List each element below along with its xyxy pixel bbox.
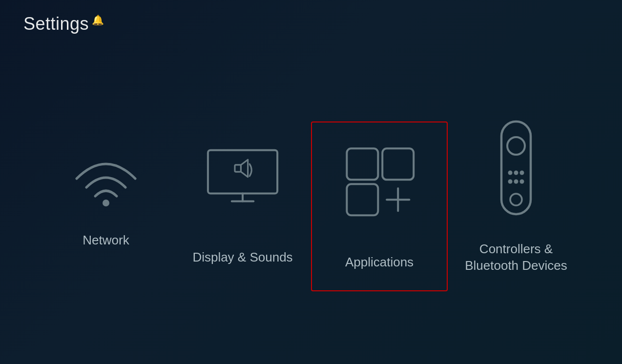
settings-item-controllers[interactable]: Controllers &Bluetooth Devices — [448, 119, 584, 294]
svg-rect-11 — [501, 121, 531, 214]
svg-rect-1 — [208, 150, 277, 194]
svg-rect-4 — [235, 165, 241, 172]
notification-icon: 🔔 — [92, 14, 104, 26]
controllers-icon — [467, 119, 565, 217]
svg-point-15 — [520, 171, 524, 175]
svg-rect-7 — [382, 148, 414, 180]
settings-item-applications[interactable]: Applications — [311, 121, 448, 291]
settings-item-network[interactable]: Network — [38, 144, 174, 268]
svg-point-19 — [510, 194, 522, 205]
applications-label: Applications — [345, 254, 414, 271]
svg-point-14 — [514, 171, 518, 175]
settings-item-display-sounds[interactable]: Display & Sounds — [174, 127, 311, 285]
svg-point-16 — [508, 180, 513, 184]
display-sounds-icon — [194, 127, 291, 225]
svg-point-12 — [507, 137, 525, 155]
svg-point-0 — [103, 200, 109, 206]
page-title: Settings🔔 — [23, 14, 104, 34]
applications-icon — [331, 132, 428, 230]
svg-point-13 — [508, 171, 513, 175]
network-icon — [67, 144, 145, 208]
network-label: Network — [83, 232, 129, 249]
svg-point-17 — [514, 180, 518, 184]
svg-rect-6 — [347, 148, 378, 180]
controllers-label: Controllers &Bluetooth Devices — [465, 241, 567, 274]
svg-point-18 — [520, 180, 524, 184]
svg-marker-5 — [241, 160, 248, 177]
display-sounds-label: Display & Sounds — [192, 249, 292, 266]
svg-rect-8 — [347, 184, 378, 215]
settings-items-container: Network Display & Sounds — [0, 49, 622, 364]
settings-title: Settings — [23, 14, 89, 34]
